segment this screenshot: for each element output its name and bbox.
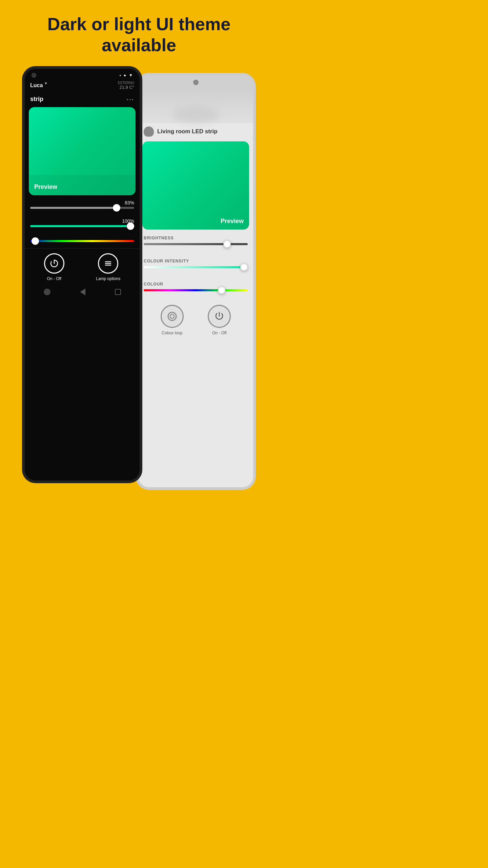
dark-status-signal: ▼ [129, 73, 133, 78]
power-icon-light [213, 310, 225, 322]
dark-onoff-label: On - Off [47, 276, 61, 281]
light-phone: Living room LED strip Preview BRIGHTNESS… [136, 73, 256, 490]
dark-weather: ESTERNO 21,9 C° [118, 81, 134, 90]
header-title: Dark or light UI theme available [10, 14, 268, 56]
dark-preview-box: Preview [29, 107, 136, 195]
dark-menu-dots[interactable]: ··· [126, 95, 134, 103]
dark-nav-home[interactable] [44, 289, 50, 295]
light-brightness-label: BRIGHTNESS [144, 236, 248, 240]
light-bottom-buttons: Colour loop On - Off [138, 300, 253, 339]
dark-colour-section [25, 233, 140, 248]
light-onoff-button[interactable]: On - Off [208, 305, 231, 335]
dark-nav-bar [25, 284, 140, 299]
menu-icon [103, 259, 113, 268]
dark-status-circle: ● [124, 73, 126, 78]
dark-lamp-options-button[interactable]: Lamp options [96, 253, 120, 281]
light-brightness-track[interactable] [144, 243, 248, 245]
dark-nav-recents[interactable] [115, 289, 121, 295]
dark-colour-thumb[interactable] [32, 237, 39, 245]
dark-device-name: strip [30, 96, 43, 103]
dark-onoff-circle[interactable] [44, 253, 64, 274]
dark-location: Luca ˅ [30, 82, 47, 88]
svg-point-5 [168, 312, 176, 320]
phones-area: ▪ ● ▼ Luca ˅ ESTERNO 21,9 C° strip ··· P… [0, 66, 278, 490]
svg-point-6 [170, 314, 174, 318]
dark-onoff-button[interactable]: On - Off [44, 253, 64, 281]
dark-intensity-thumb[interactable] [127, 222, 134, 230]
light-colour-thumb[interactable] [218, 287, 225, 294]
dark-brightness-thumb[interactable] [113, 204, 120, 212]
dark-colour-track[interactable] [30, 240, 134, 242]
dark-weather-value: 21,9 C° [118, 85, 134, 90]
dark-preview-label: Preview [34, 183, 57, 191]
light-colour-track[interactable] [144, 289, 248, 291]
dark-status-bar: ▪ ● ▼ [25, 69, 140, 80]
dark-lamp-label: Lamp options [96, 276, 120, 281]
dark-lamp-circle[interactable] [98, 253, 118, 274]
light-intensity-track[interactable] [144, 266, 248, 268]
dark-weather-label: ESTERNO [118, 81, 134, 85]
dark-brightness-section: 83% [25, 197, 140, 215]
dark-intensity-track[interactable] [30, 225, 134, 227]
dark-intensity-pct: 100% [30, 218, 134, 224]
dark-phone: ▪ ● ▼ Luca ˅ ESTERNO 21,9 C° strip ··· P… [22, 66, 142, 483]
header: Dark or light UI theme available [0, 0, 278, 66]
power-icon [49, 259, 59, 268]
light-camera [193, 80, 199, 85]
light-intensity-section: COLOUR INTENSITY [138, 254, 253, 277]
light-colour-section: COLOUR [138, 277, 253, 300]
dark-camera [32, 73, 36, 78]
dark-device-header: strip ··· [25, 93, 140, 106]
light-colour-loop-circle[interactable] [161, 305, 184, 328]
light-onoff-label: On - Off [212, 331, 226, 335]
light-device-name: Living room LED strip [157, 128, 218, 135]
dark-intensity-section: 100% [25, 215, 140, 233]
light-onoff-circle[interactable] [208, 305, 231, 328]
dark-status-square: ▪ [120, 73, 121, 78]
light-device-row: Living room LED strip [138, 123, 253, 140]
dark-status-icons: ▪ ● ▼ [120, 73, 133, 78]
light-preview-box: Preview [142, 141, 249, 230]
bulb-icon [144, 126, 154, 137]
dark-brightness-track[interactable] [30, 207, 134, 209]
dark-top-bar: Luca ˅ ESTERNO 21,9 C° [25, 80, 140, 93]
light-colour-loop-label: Colour loop [162, 331, 182, 335]
colour-loop-icon [166, 310, 178, 322]
light-brightness-section: BRIGHTNESS [138, 231, 253, 254]
dark-bottom-buttons: On - Off Lamp options [25, 248, 140, 284]
light-intensity-label: COLOUR INTENSITY [144, 259, 248, 263]
light-brightness-thumb[interactable] [223, 240, 231, 248]
dark-nav-back[interactable] [80, 289, 85, 295]
light-blurred-header [138, 89, 253, 123]
light-colour-loop-button[interactable]: Colour loop [161, 305, 184, 335]
light-intensity-thumb[interactable] [240, 263, 248, 271]
light-notch [138, 76, 253, 89]
light-preview-label: Preview [221, 218, 244, 225]
light-colour-label: COLOUR [144, 282, 248, 287]
